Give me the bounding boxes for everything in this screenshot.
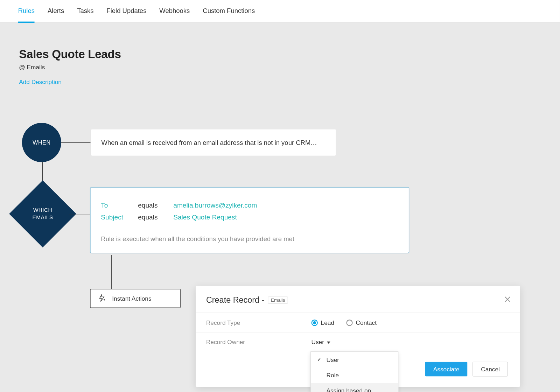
cancel-button[interactable]: Cancel: [473, 362, 508, 377]
record-owner-dropdown[interactable]: User: [312, 338, 330, 345]
radio-label: Lead: [321, 319, 334, 326]
condition-value: Sales Quote Request: [173, 214, 237, 221]
condition-row: Subject equals Sales Quote Request: [101, 214, 398, 221]
when-node[interactable]: WHEN: [22, 123, 61, 162]
radio-label: Contact: [356, 319, 377, 326]
when-card[interactable]: When an email is received from an email …: [91, 129, 336, 156]
owner-option-assign-country[interactable]: Assign based on country: [311, 383, 398, 392]
panel-module-chip: Emails: [268, 297, 288, 304]
rule-module: @ Emails: [19, 64, 121, 71]
instant-actions-button[interactable]: Instant Actions: [90, 289, 181, 308]
condition-field: To: [101, 201, 138, 209]
which-emails-node[interactable]: WHICH EMAILS: [9, 180, 76, 247]
tab-custom-functions[interactable]: Custom Functions: [203, 0, 255, 23]
when-card-text: When an email is received from an email …: [102, 139, 317, 146]
create-record-panel: Create Record - Emails Record Type Lead: [196, 286, 520, 387]
record-type-radio-group: Lead Contact: [312, 319, 377, 326]
tab-webhooks[interactable]: Webhooks: [159, 0, 190, 23]
owner-option-role[interactable]: Role: [311, 368, 398, 383]
record-type-lead-radio[interactable]: Lead: [312, 319, 334, 326]
rule-title: Sales Quote Leads: [19, 48, 121, 61]
panel-title: Create Record -: [206, 295, 265, 305]
panel-header: Create Record - Emails: [196, 286, 520, 313]
condition-value: amelia.burrows@zylker.com: [173, 201, 257, 209]
associate-button[interactable]: Associate: [425, 362, 468, 377]
tab-rules[interactable]: Rules: [18, 0, 35, 23]
record-owner-value: User: [312, 338, 324, 345]
radio-icon: [346, 319, 352, 326]
condition-note: Rule is executed when all the conditions…: [101, 235, 398, 242]
conditions-card[interactable]: To equals amelia.burrows@zylker.com Subj…: [90, 187, 409, 253]
connector-line: [69, 214, 90, 214]
record-owner-row: Record Owner User User Role Assign based…: [196, 332, 520, 351]
instant-actions-label: Instant Actions: [112, 295, 151, 302]
record-type-row: Record Type Lead Contact: [196, 313, 520, 332]
connector-line: [61, 142, 91, 143]
condition-row: To equals amelia.burrows@zylker.com: [101, 201, 398, 209]
condition-operator: equals: [138, 214, 173, 221]
condition-operator: equals: [138, 201, 173, 209]
tab-alerts[interactable]: Alerts: [48, 0, 64, 23]
lightning-icon: [97, 293, 106, 303]
record-owner-menu: User Role Assign based on country: [310, 351, 398, 392]
chevron-down-icon: [327, 341, 330, 343]
close-icon[interactable]: [504, 296, 510, 302]
radio-icon: [312, 319, 318, 326]
record-type-label: Record Type: [206, 319, 312, 326]
when-node-label: WHEN: [33, 139, 50, 146]
condition-field: Subject: [101, 214, 138, 221]
top-nav: Rules Alerts Tasks Field Updates Webhook…: [0, 0, 560, 23]
tab-field-updates[interactable]: Field Updates: [106, 0, 146, 23]
record-owner-label: Record Owner: [206, 338, 312, 345]
tab-tasks[interactable]: Tasks: [77, 0, 93, 23]
which-emails-label: WHICH EMAILS: [33, 206, 53, 221]
record-type-contact-radio[interactable]: Contact: [346, 319, 377, 326]
owner-option-user[interactable]: User: [311, 352, 398, 367]
rule-header: Sales Quote Leads @ Emails Add Descripti…: [19, 48, 121, 86]
add-description-link[interactable]: Add Description: [19, 78, 62, 85]
connector-line: [111, 255, 112, 290]
